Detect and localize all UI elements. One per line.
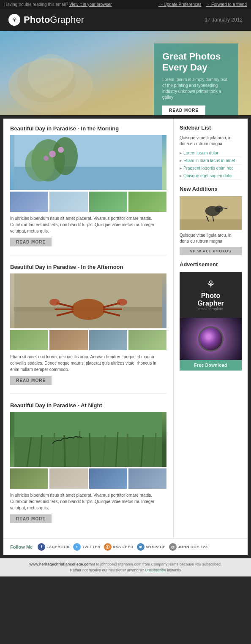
myspace-icon: m: [137, 543, 145, 551]
footer-suffix: instantly: [166, 568, 181, 572]
svg-point-10: [44, 156, 49, 161]
ad-logo-text: Photo Grapher: [186, 292, 235, 307]
svg-point-9: [58, 147, 64, 153]
sidebar-list-item2[interactable]: Etiam in diam lacus in amet: [180, 157, 242, 165]
new-additions-section: New Additions Quisque vitae ligula arcu,…: [180, 186, 242, 255]
ad-logo: ⚘ Photo Grapher email template: [180, 272, 242, 318]
svg-line-33: [128, 434, 128, 467]
facebook-icon: f: [38, 543, 45, 551]
article1-read-more-button[interactable]: READ MORE: [10, 238, 52, 246]
facebook-item[interactable]: f FACEBOOK: [38, 543, 70, 551]
article3-thumbnails: [10, 468, 166, 489]
article2-thumb1: [10, 330, 48, 350]
sidebar-list-title: Sidebar List: [180, 124, 242, 133]
ad-logo-subtitle: email template: [186, 307, 235, 311]
article3-text: In ultricies bibendum risus sit amet pla…: [10, 492, 166, 511]
follow-bar: Follow Me f FACEBOOK t TWITTER ⓘ RSS FEE…: [3, 538, 248, 555]
header-date: 17 January 2012: [205, 17, 243, 23]
sidebar-list-item3[interactable]: Praesent lobortis enim nec: [180, 165, 242, 172]
svg-line-28: [64, 435, 65, 467]
svg-point-14: [71, 299, 105, 320]
twitter-item[interactable]: t TWITTER: [73, 543, 101, 551]
rss-label: RSS FEED: [113, 545, 134, 549]
update-preferences-link[interactable]: → Update Preferences: [158, 2, 202, 7]
article1-thumb1: [10, 192, 48, 212]
new-additions-image: [180, 196, 242, 230]
article1-title: Beautiful Day in Paradise - In the Morni…: [10, 125, 166, 132]
logo-icon: ⚘: [8, 14, 20, 26]
article2-thumb2: [49, 330, 87, 350]
ad-download-button[interactable]: Free Download: [180, 360, 242, 371]
top-bar: Having trouble reading this email? View …: [0, 0, 251, 9]
article1-thumbnails: [10, 192, 166, 212]
myspace-label: MYSPACE: [146, 545, 166, 549]
footer-second-line: Rather not receive our newsletter anymor…: [70, 568, 144, 572]
rss-icon: ⓘ: [104, 543, 112, 551]
logo-text: PhotoGrapher: [24, 14, 84, 25]
svg-rect-24: [14, 412, 162, 437]
view-all-photos-button[interactable]: VIEW ALL PHOTOS: [180, 247, 242, 255]
footer-text: nt to johndoe@sitename.com from Company …: [92, 562, 221, 566]
bottom-footer: www.heritagechristiancollege.comnt to jo…: [0, 558, 251, 576]
article2-title: Beautiful Day in Paradise - In the After…: [10, 264, 166, 270]
article1-thumb4: [128, 192, 166, 212]
article1-text: In ultricies bibendum risus sit amet pla…: [10, 215, 166, 234]
article-afternoon: Beautiful Day in Paradise - In the After…: [10, 264, 166, 394]
svg-point-21: [49, 299, 60, 306]
svg-line-30: [90, 433, 90, 467]
twitter-icon: t: [73, 543, 81, 551]
sidebar-list-item4[interactable]: Quisque eget sapien dolor: [180, 172, 242, 180]
article2-thumbnails: [10, 330, 166, 350]
svg-point-22: [117, 299, 127, 306]
ad-logo-icon: ⚘: [186, 279, 235, 290]
svg-point-6: [52, 137, 78, 175]
site-url: www.heritagechristiancollege.com: [29, 562, 92, 566]
email-icon: @: [169, 543, 177, 551]
article-night: Beautiful Day in Paradise - At Night: [10, 402, 166, 532]
article1-thumb3: [89, 192, 127, 212]
trouble-text: Having trouble reading this email? View …: [4, 2, 112, 7]
article2-thumb4: [128, 330, 166, 350]
hero-banner: Great Photos Every Day Lorem Ipsum is si…: [0, 31, 251, 115]
unsubscribe-link[interactable]: Unsubscribe: [145, 568, 166, 572]
logo: ⚘ PhotoGrapher: [8, 14, 84, 26]
article3-title: Beautiful Day in Paradise - At Night: [10, 402, 166, 409]
advertisement-section: Advertisement ⚘ Photo Grapher email temp…: [180, 261, 242, 371]
article3-thumb4: [128, 468, 166, 489]
article1-main-image: [10, 135, 166, 190]
right-column: Sidebar List Quisque vitae ligula arcu, …: [174, 119, 248, 538]
article2-read-more-button[interactable]: READ MORE: [10, 376, 52, 385]
facebook-label: FACEBOOK: [46, 545, 70, 549]
twitter-label: TWITTER: [82, 545, 101, 549]
myspace-item[interactable]: m MYSPACE: [137, 543, 166, 551]
article2-text: Etiam sit amet orci lorem, nec iaculis a…: [10, 354, 166, 373]
article3-read-more-button[interactable]: READ MORE: [10, 514, 52, 523]
hero-description: Lorem Ipsum is simply dummy text of the …: [162, 77, 230, 100]
hero-read-more-button[interactable]: READ MORE: [162, 106, 205, 115]
forward-link[interactable]: → Forward to a friend: [206, 2, 247, 7]
sidebar-list: Lorem ipsum dolor Etiam in diam lacus in…: [180, 149, 242, 180]
svg-point-8: [49, 151, 56, 157]
camera-lens: [198, 326, 224, 352]
svg-point-39: [215, 206, 223, 212]
ad-camera-image: [180, 318, 242, 360]
header: ⚘ PhotoGrapher 17 January 2012: [0, 9, 251, 31]
top-links: → Update Preferences → Forward to a frie…: [158, 2, 247, 7]
rss-item[interactable]: ⓘ RSS FEED: [104, 543, 134, 551]
email-label: JOHN.DOE.123: [178, 545, 208, 549]
view-in-browser-link[interactable]: View it in your browser: [69, 2, 112, 7]
sidebar-list-section: Sidebar List Quisque vitae ligula arcu, …: [180, 124, 242, 180]
article3-thumb1: [10, 468, 48, 489]
ad-title: Advertisement: [180, 261, 242, 269]
new-additions-title: New Additions: [180, 186, 242, 194]
article-morning: Beautiful Day in Paradise - In the Morni…: [10, 125, 166, 255]
follow-label: Follow Me: [10, 544, 33, 549]
new-additions-desc: Quisque vitae ligula arcu, in dona eu ru…: [180, 233, 242, 244]
article3-thumb3: [89, 468, 127, 489]
hero-title: Great Photos Every Day: [162, 51, 230, 73]
email-item[interactable]: @ JOHN.DOE.123: [169, 543, 208, 551]
svg-rect-37: [180, 219, 242, 230]
article1-thumb2: [49, 192, 87, 212]
sidebar-list-intro: Quisque vitae ligula arcu, in dona eu ru…: [180, 135, 242, 147]
sidebar-list-item1[interactable]: Lorem ipsum dolor: [180, 149, 242, 157]
